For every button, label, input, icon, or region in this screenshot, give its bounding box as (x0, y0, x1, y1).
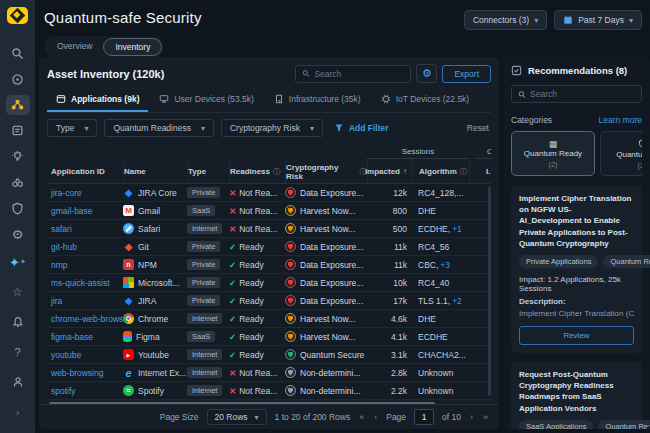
table-row[interactable]: web-browsing Internet Ex... Internet Not… (47, 364, 491, 382)
review-button[interactable]: Review (519, 326, 634, 345)
algorithm-more-link[interactable]: +2 (452, 296, 462, 306)
tab-overview[interactable]: Overview (46, 38, 103, 56)
reports-icon[interactable] (6, 121, 30, 141)
tab-inventory[interactable]: Inventory (103, 38, 162, 56)
column-impacted[interactable]: Impacted (367, 159, 411, 183)
algorithm-more-link[interactable]: +1 (452, 224, 462, 234)
previous-page-icon[interactable]: ‹ (373, 412, 378, 422)
risk-shield-icon (285, 349, 296, 360)
tab-user-devices[interactable]: User Devices (53.5k) (150, 90, 262, 112)
last-page-icon[interactable]: » (482, 412, 489, 422)
filter-type[interactable]: Type (47, 119, 97, 137)
application-id-link[interactable]: gmail-base (51, 206, 93, 216)
insights-icon[interactable] (6, 147, 30, 167)
table-row[interactable]: chrome-web-browsi... Chrome Internet Rea… (47, 310, 491, 328)
tag-badge: Private Applications (519, 255, 598, 268)
table-row[interactable]: git-hub Git Private Ready Data Exposure.… (47, 238, 491, 256)
category-quantum-safe[interactable]: Quantum Safe (2) (600, 131, 642, 176)
application-id-link[interactable]: git-hub (51, 242, 77, 252)
type-badge: Private (187, 187, 220, 198)
learn-more-link[interactable]: Learn more (599, 115, 642, 125)
info-icon[interactable] (460, 167, 468, 177)
application-id-link[interactable]: spotify (51, 386, 76, 396)
profile-user-icon[interactable] (6, 370, 30, 394)
readiness-icon (229, 386, 236, 396)
reset-filters-button[interactable]: Reset (467, 123, 491, 133)
info-icon[interactable] (273, 167, 281, 177)
application-id-link[interactable]: figma-base (51, 332, 93, 342)
page-size-select[interactable]: 20 Rows (207, 409, 267, 425)
inventory-search[interactable] (295, 65, 411, 83)
help-icon[interactable]: ? (6, 340, 30, 364)
date-range-button[interactable]: Past 7 Days (554, 10, 642, 30)
table-row[interactable]: ms-quick-assist Microsoft... Private Rea… (47, 274, 491, 292)
table-settings-gear-icon[interactable]: ⚙ (416, 64, 437, 83)
column-cert-impacted[interactable]: I... (469, 159, 491, 183)
table-row[interactable]: spotify Spotify Internet Not Rea... Non-… (47, 382, 491, 400)
search-icon[interactable] (6, 43, 30, 63)
settings-gear-icon[interactable]: ⚙ (6, 224, 30, 244)
inventory-tabs: Applications (9k) User Devices (53.5k) I… (47, 90, 491, 113)
collapse-chevron-icon[interactable]: › (6, 400, 30, 424)
application-id-link[interactable]: jira (51, 296, 62, 306)
inventory-network-icon[interactable] (6, 95, 30, 115)
recommendations-search-input[interactable] (530, 89, 635, 99)
application-id-link[interactable]: ms-quick-assist (51, 278, 110, 288)
column-readiness[interactable]: Readiness (229, 159, 285, 183)
security-posture-icon[interactable] (6, 198, 30, 218)
search-icon (518, 90, 526, 99)
add-filter-button[interactable]: Add Filter (334, 123, 389, 133)
certificates-group-header: Certificates (475, 144, 491, 159)
column-type[interactable]: Type (187, 159, 229, 183)
sort-ascending-icon[interactable] (403, 167, 407, 176)
export-button[interactable]: Export (442, 65, 491, 83)
category-quantum-ready[interactable]: ▦ Quantum Ready (2) (511, 131, 595, 176)
table-row[interactable]: youtube Youtube Internet Ready Quantum S… (47, 346, 491, 364)
first-page-icon[interactable]: « (358, 412, 365, 422)
algorithm-more-link[interactable]: +3 (440, 260, 450, 270)
table-row[interactable]: jira-core JIRA Core Private Not Rea... D… (47, 184, 491, 202)
ai-assistant-icon[interactable]: ✦✦ (6, 250, 30, 274)
chevron-down-icon (629, 15, 633, 25)
readiness-icon (229, 278, 236, 288)
table-row[interactable]: nmp NPM Private Ready Data Exposure... 1… (47, 256, 491, 274)
column-algorithm[interactable]: Algorithm (411, 159, 469, 183)
explore-icon[interactable] (6, 173, 30, 193)
table-row[interactable]: gmail-base Gmail SaaS Not Rea... Harvest… (47, 202, 491, 220)
application-id-link[interactable]: jira-core (51, 188, 82, 198)
table-row[interactable]: jira JIRA Private Ready Data Exposure...… (47, 292, 491, 310)
recommendations-search[interactable] (511, 85, 642, 103)
horizontal-scrollbar[interactable] (47, 402, 491, 404)
tab-applications[interactable]: Applications (9k) (47, 90, 148, 112)
filter-cryptography-risk[interactable]: Cryptography Risk (221, 119, 323, 137)
connectors-button[interactable]: Connectors (3) (464, 10, 547, 30)
page-total-label: of 10 (442, 412, 461, 422)
table-row[interactable]: safari Safari Internet Not Rea... Harves… (47, 220, 491, 238)
notifications-bell-icon[interactable] (6, 310, 30, 334)
session-algorithm: ECDHE (418, 332, 448, 342)
page-number-input[interactable] (414, 409, 434, 425)
application-id-link[interactable]: web-browsing (51, 368, 103, 378)
application-id-link[interactable]: safari (51, 224, 72, 234)
tab-infrastructure[interactable]: Infrastructure (35k) (265, 90, 370, 112)
favorites-star-icon[interactable]: ☆ (6, 280, 30, 304)
application-id-link[interactable]: chrome-web-browsi... (51, 314, 123, 324)
table-row[interactable]: figma-base Figma SaaS Ready Harvest Now.… (47, 328, 491, 346)
filter-quantum-readiness[interactable]: Quantum Readiness (104, 119, 214, 137)
application-id-link[interactable]: youtube (51, 350, 81, 360)
next-page-icon[interactable]: › (469, 412, 474, 422)
discover-icon[interactable] (6, 69, 30, 89)
readiness-icon (229, 260, 236, 270)
column-name[interactable]: Name (123, 159, 187, 183)
recommendations-panel: Recommendations (8) Categories Learn mor… (503, 57, 650, 429)
type-badge: Internet (187, 223, 222, 234)
column-application-id[interactable]: Application ID (47, 159, 123, 183)
asset-inventory-panel: Asset Inventory (120k) ⚙ Export Applicat… (39, 57, 499, 429)
scrollbar-thumb[interactable] (49, 402, 435, 404)
tab-iot-devices[interactable]: IoT Devices (22.5k) (372, 90, 479, 112)
column-cryptography-risk[interactable]: Cryptography Risk (285, 159, 367, 183)
application-id-link[interactable]: nmp (51, 260, 68, 270)
app-logo-icon[interactable] (7, 7, 28, 24)
inventory-search-input[interactable] (314, 69, 404, 79)
vertical-scrollbar[interactable] (488, 186, 491, 396)
